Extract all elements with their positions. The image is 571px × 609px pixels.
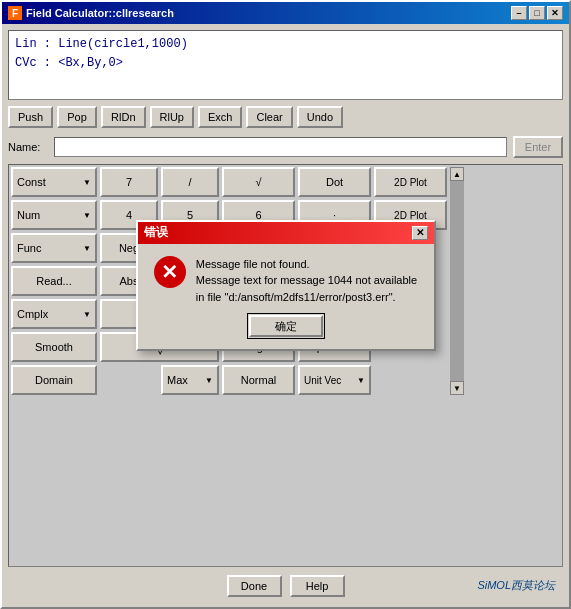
scroll-track xyxy=(450,181,464,381)
2dplot-button1[interactable]: 2D Plot xyxy=(374,167,447,197)
func-button[interactable]: Func ▼ xyxy=(11,233,97,263)
num-button[interactable]: Num ▼ xyxy=(11,200,97,230)
rldn-button[interactable]: RlDn xyxy=(101,106,145,128)
rlup-button[interactable]: RlUp xyxy=(150,106,194,128)
scroll-up-button[interactable]: ▲ xyxy=(450,167,464,181)
pop-button[interactable]: Pop xyxy=(57,106,97,128)
scroll-down-button[interactable]: ▼ xyxy=(450,381,464,395)
scrollbar[interactable]: ▲ ▼ xyxy=(450,167,464,395)
name-input[interactable] xyxy=(54,137,507,157)
dialog-line1: Message file not found. xyxy=(196,256,417,273)
title-bar: F Field Calculator::cllresearch – □ ✕ xyxy=(2,2,569,24)
toolbar-row: Push Pop RlDn RlUp Exch Clear Undo xyxy=(8,104,563,130)
undo-button[interactable]: Undo xyxy=(297,106,343,128)
name-row: Name: Enter xyxy=(8,134,563,160)
push-button[interactable]: Push xyxy=(8,106,53,128)
main-window: F Field Calculator::cllresearch – □ ✕ Li… xyxy=(0,0,571,609)
normal-button[interactable]: Normal xyxy=(222,365,295,395)
dialog-body: ✕ Message file not found. Message text f… xyxy=(138,244,434,350)
num7-button[interactable]: 7 xyxy=(100,167,158,197)
window-title: Field Calculator::cllresearch xyxy=(26,7,174,19)
error-icon: ✕ xyxy=(154,256,186,288)
output-area: Lin : Line(circle1,1000) CVc : <Bx,By,0> xyxy=(8,30,563,100)
cmplx-button[interactable]: Cmplx ▼ xyxy=(11,299,97,329)
const-button[interactable]: Const ▼ xyxy=(11,167,97,197)
clear-button[interactable]: Clear xyxy=(246,106,292,128)
done-button[interactable]: Done xyxy=(227,575,282,597)
divide-button[interactable]: / xyxy=(161,167,219,197)
dialog-title-text: 错误 xyxy=(144,224,168,241)
app-icon: F xyxy=(8,6,22,20)
domain-button[interactable]: Domain xyxy=(11,365,97,395)
dialog-ok-button[interactable]: 确定 xyxy=(249,315,323,337)
read-button[interactable]: Read... xyxy=(11,266,97,296)
title-bar-left: F Field Calculator::cllresearch xyxy=(8,6,174,20)
sqrt-button[interactable]: √ xyxy=(222,167,295,197)
window-body: Lin : Line(circle1,1000) CVc : <Bx,By,0>… xyxy=(2,24,569,607)
dialog-close-button[interactable]: ✕ xyxy=(412,226,428,240)
maximize-button[interactable]: □ xyxy=(529,6,545,20)
unitvec-button[interactable]: Unit Vec ▼ xyxy=(298,365,371,395)
minimize-button[interactable]: – xyxy=(511,6,527,20)
output-line2: CVc : <Bx,By,0> xyxy=(15,54,556,73)
error-dialog: 错误 ✕ ✕ Message file not found. Message t… xyxy=(136,220,436,352)
name-label: Name: xyxy=(8,141,48,153)
dialog-line2: Message text for message 1044 not availa… xyxy=(196,272,417,289)
dialog-title-bar: 错误 ✕ xyxy=(138,222,434,244)
output-line1: Lin : Line(circle1,1000) xyxy=(15,35,556,54)
dialog-message: Message file not found. Message text for… xyxy=(196,256,417,306)
close-window-button[interactable]: ✕ xyxy=(547,6,563,20)
bottom-row: Done Help SiMOL西莫论坛 xyxy=(8,571,563,601)
help-button[interactable]: Help xyxy=(290,575,345,597)
smooth-button[interactable]: Smooth xyxy=(11,332,97,362)
exch-button[interactable]: Exch xyxy=(198,106,242,128)
simol-logo: SiMOL西莫论坛 xyxy=(477,578,555,593)
title-buttons: – □ ✕ xyxy=(511,6,563,20)
max-button[interactable]: Max ▼ xyxy=(161,365,219,395)
dot-button[interactable]: Dot xyxy=(298,167,371,197)
dialog-content: ✕ Message file not found. Message text f… xyxy=(154,256,417,306)
dialog-line3: in file "d:/ansoft/m2dfs11/error/post3.e… xyxy=(196,289,417,306)
enter-button[interactable]: Enter xyxy=(513,136,563,158)
